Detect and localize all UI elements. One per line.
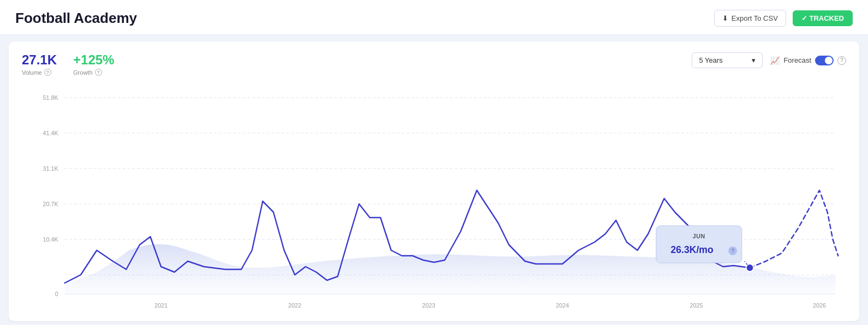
svg-text:51.8K: 51.8K: [43, 94, 59, 101]
svg-text:JUN: JUN: [693, 233, 705, 239]
volume-help-icon[interactable]: ?: [44, 69, 51, 76]
chevron-down-icon: ▾: [752, 56, 756, 64]
download-icon: ⬇: [722, 14, 728, 22]
growth-value: +125%: [73, 52, 114, 68]
volume-metric: 27.1K Volume ?: [22, 52, 57, 76]
chart-area: 51.8K 41.4K 31.1K 20.7K 10.4K 0 2021 202…: [22, 81, 846, 310]
chart-header: 27.1K Volume ? +125% Growth ? 5 Years ▾: [22, 52, 846, 76]
export-csv-button[interactable]: ⬇ Export To CSV: [714, 10, 786, 27]
page-title: Football Academy: [15, 10, 137, 27]
years-select[interactable]: 5 Years ▾: [692, 52, 763, 68]
volume-value: 27.1K: [22, 52, 57, 68]
svg-text:10.4K: 10.4K: [43, 236, 59, 243]
svg-text:?: ?: [731, 248, 734, 254]
header-actions: ⬇ Export To CSV ✓ TRACKED: [714, 10, 853, 27]
growth-help-icon[interactable]: ?: [95, 69, 102, 76]
metrics-container: 27.1K Volume ? +125% Growth ?: [22, 52, 114, 76]
svg-text:2022: 2022: [288, 302, 301, 309]
chart-controls: 5 Years ▾ 📈 Forecast ?: [692, 52, 846, 68]
svg-text:2021: 2021: [154, 302, 168, 309]
svg-text:2024: 2024: [556, 302, 569, 309]
svg-text:20.7K: 20.7K: [43, 201, 59, 207]
page-header: Football Academy ⬇ Export To CSV ✓ TRACK…: [0, 0, 868, 35]
growth-label: Growth ?: [73, 69, 114, 76]
forecast-help-icon[interactable]: ?: [837, 56, 846, 65]
chart-svg: 51.8K 41.4K 31.1K 20.7K 10.4K 0 2021 202…: [22, 81, 846, 310]
tracked-button[interactable]: ✓ TRACKED: [793, 10, 853, 26]
forecast-toggle[interactable]: [815, 56, 834, 65]
volume-label: Volume ?: [22, 69, 57, 76]
svg-text:26.3K/mo: 26.3K/mo: [670, 244, 714, 255]
svg-text:0: 0: [55, 291, 58, 297]
svg-text:41.4K: 41.4K: [43, 130, 59, 136]
svg-text:2023: 2023: [422, 302, 435, 309]
svg-text:2026: 2026: [813, 302, 826, 309]
growth-metric: +125% Growth ?: [73, 52, 114, 76]
forecast-chart-icon: 📈: [770, 56, 780, 65]
svg-text:31.1K: 31.1K: [43, 165, 59, 172]
svg-text:2025: 2025: [689, 302, 703, 309]
forecast-control: 📈 Forecast ?: [770, 56, 846, 65]
main-content: 27.1K Volume ? +125% Growth ? 5 Years ▾: [9, 41, 859, 321]
